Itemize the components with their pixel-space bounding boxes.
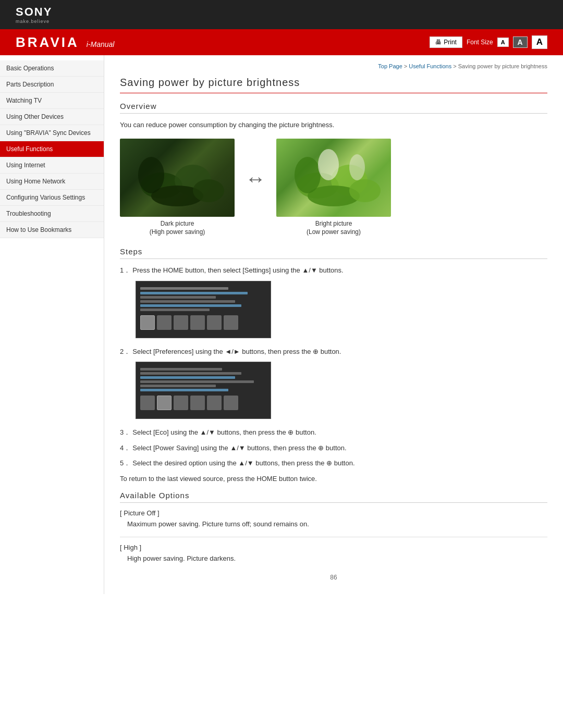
- step-2-text: Select [Preferences] using the ◄/► butto…: [132, 347, 341, 357]
- image-comparison: Dark picture (High power saving) ↔: [120, 139, 547, 237]
- sidebar-item-using-home-network[interactable]: Using Home Network: [0, 174, 104, 190]
- svg-point-3: [138, 157, 164, 193]
- overview-heading: Overview: [120, 102, 547, 114]
- overview-text: You can reduce power consumption by chan…: [120, 120, 547, 130]
- step-2-screenshot: [136, 362, 547, 419]
- page-number: 86: [120, 574, 547, 586]
- step-2-screen-image: [136, 362, 271, 419]
- breadcrumb: Top Page > Useful Functions > Saving pow…: [120, 63, 547, 69]
- sidebar-item-using-bravia-sync[interactable]: Using "BRAVIA" Sync Devices: [0, 125, 104, 141]
- sony-logo: SONY: [16, 5, 52, 19]
- option-picture-off: [ Picture Off ] Maximum power saving. Pi…: [120, 509, 547, 529]
- sidebar: Basic Operations Parts Description Watch…: [0, 55, 104, 594]
- dark-picture-block: Dark picture (High power saving): [120, 139, 235, 237]
- step-1: 1． Press the HOME button, then select [S…: [120, 265, 547, 276]
- step-5-num: 5．: [120, 458, 130, 468]
- step-4: 4． Select [Power Saving] using the ▲/▼ b…: [120, 443, 547, 453]
- return-text: To return to the last viewed source, pre…: [120, 474, 547, 484]
- dark-picture-image: [120, 139, 235, 217]
- sidebar-item-useful-functions[interactable]: Useful Functions: [0, 141, 104, 157]
- steps-heading: Steps: [120, 247, 547, 259]
- breadcrumb-useful-functions[interactable]: Useful Functions: [409, 63, 451, 69]
- bravia-logo: BRAVIA: [16, 34, 79, 51]
- font-size-label: Font Size: [467, 39, 493, 46]
- bright-picture-caption: Bright picture (Low power saving): [307, 219, 361, 237]
- svg-point-8: [295, 157, 321, 193]
- option-high-label: [ High ]: [120, 544, 547, 551]
- content-area: Top Page > Useful Functions > Saving pow…: [104, 55, 563, 594]
- dark-picture-caption: Dark picture (High power saving): [150, 219, 205, 237]
- option-picture-off-desc: Maximum power saving. Picture turns off;…: [120, 519, 547, 529]
- sidebar-item-parts-description[interactable]: Parts Description: [0, 77, 104, 93]
- option-picture-off-label: [ Picture Off ]: [120, 509, 547, 517]
- font-size-medium-button[interactable]: A: [513, 36, 528, 48]
- breadcrumb-top[interactable]: Top Page: [378, 63, 402, 69]
- step-3-num: 3．: [120, 427, 130, 438]
- sidebar-item-troubleshooting[interactable]: Troubleshooting: [0, 206, 104, 222]
- step-4-text: Select [Power Saving] using the ▲/▼ butt…: [132, 443, 346, 453]
- sidebar-item-watching-tv[interactable]: Watching TV: [0, 93, 104, 109]
- step-4-num: 4．: [120, 443, 130, 453]
- step-3: 3． Select [Eco] using the ▲/▼ buttons, t…: [120, 427, 547, 438]
- step-2: 2． Select [Preferences] using the ◄/► bu…: [120, 347, 547, 357]
- sidebar-item-using-internet[interactable]: Using Internet: [0, 157, 104, 174]
- bright-picture-image: [276, 139, 391, 217]
- step-2-num: 2．: [120, 347, 130, 357]
- step-3-text: Select [Eco] using the ▲/▼ buttons, then…: [132, 427, 316, 438]
- print-icon: 🖶: [435, 39, 442, 46]
- print-button[interactable]: 🖶 Print: [430, 36, 462, 48]
- sidebar-item-basic-operations[interactable]: Basic Operations: [0, 60, 104, 77]
- sony-tagline: make.believe: [16, 19, 52, 24]
- imanual-label: i-Manual: [87, 40, 115, 48]
- step-1-screenshot: [136, 281, 547, 338]
- sidebar-item-bookmarks[interactable]: How to Use Bookmarks: [0, 222, 104, 238]
- main-layout: Basic Operations Parts Description Watch…: [0, 55, 563, 594]
- step-1-num: 1．: [120, 265, 130, 276]
- option-high: [ High ] High power saving. Picture dark…: [120, 544, 547, 564]
- font-size-small-button[interactable]: A: [497, 38, 509, 47]
- arrow-container: ↔: [245, 139, 266, 191]
- page-title: Saving power by picture brightness: [120, 77, 547, 93]
- sony-header: SONY make.believe: [0, 0, 563, 29]
- available-options-heading: Available Options: [120, 491, 547, 503]
- step-1-screen-image: [136, 281, 271, 338]
- svg-point-11: [349, 154, 365, 180]
- svg-point-10: [318, 149, 339, 180]
- sidebar-item-configuring-various[interactable]: Configuring Various Settings: [0, 190, 104, 206]
- option-high-desc: High power saving. Picture darkens.: [120, 553, 547, 564]
- breadcrumb-current: Saving power by picture brightness: [458, 63, 547, 69]
- option-divider: [120, 537, 547, 537]
- step-5-text: Select the desired option using the ▲/▼ …: [132, 458, 354, 468]
- sidebar-item-using-other-devices[interactable]: Using Other Devices: [0, 109, 104, 125]
- step-1-text: Press the HOME button, then select [Sett…: [132, 265, 343, 276]
- bright-picture-block: Bright picture (Low power saving): [276, 139, 391, 237]
- svg-point-4: [193, 179, 224, 202]
- step-5: 5． Select the desired option using the ▲…: [120, 458, 547, 468]
- bravia-header: BRAVIA i-Manual 🖶 Print Font Size A A A: [0, 29, 563, 55]
- font-size-large-button[interactable]: A: [532, 35, 547, 49]
- svg-point-9: [349, 179, 381, 202]
- brightness-arrow-icon: ↔: [245, 167, 266, 191]
